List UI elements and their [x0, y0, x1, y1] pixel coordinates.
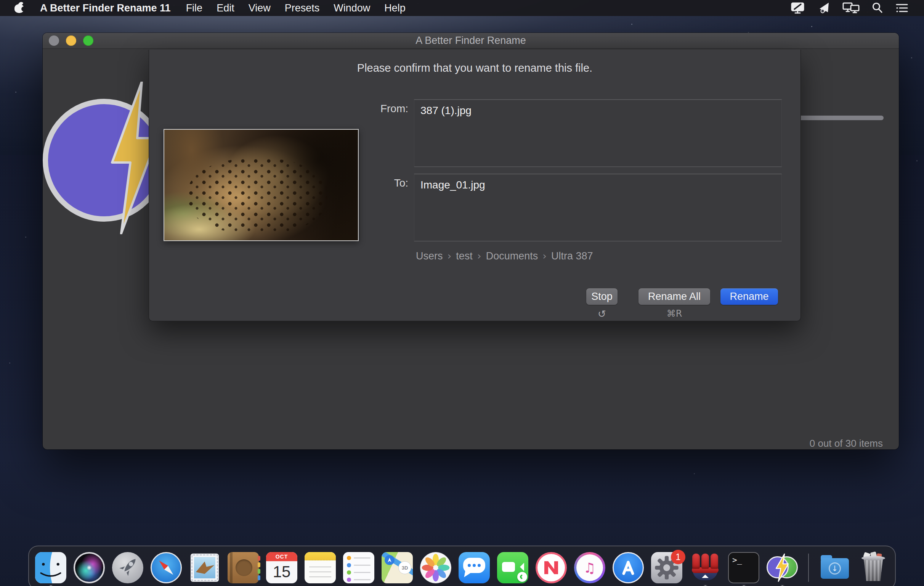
trash-basket-icon: [862, 557, 884, 581]
breadcrumb-separator: ›: [477, 250, 482, 262]
stop-button[interactable]: Stop: [586, 288, 617, 305]
dock-item-calendar[interactable]: OCT 15: [266, 552, 297, 583]
abfr-bolt-icon: [775, 554, 790, 582]
dock-item-launchpad[interactable]: [112, 552, 144, 583]
dock-item-itunes[interactable]: ♫: [574, 552, 606, 583]
window-titlebar[interactable]: A Better Finder Rename: [43, 33, 899, 49]
app-window: A Better Finder Rename Please confirm th…: [43, 33, 899, 449]
theater-seat: [711, 554, 718, 569]
breadcrumb-item: test: [456, 250, 473, 262]
star: [15, 91, 16, 93]
terminal-icon: >_: [728, 552, 759, 583]
file-path-breadcrumb: Users›test›Documents›Ultra 387: [416, 250, 593, 262]
breadcrumb-item: Ultra 387: [551, 250, 593, 262]
rename-all-button[interactable]: Rename All: [639, 288, 710, 305]
theater-seat: [701, 554, 709, 569]
theater-triangle: [702, 574, 709, 578]
maps-icon: 3D: [381, 552, 413, 583]
dock-item-mail[interactable]: [189, 552, 220, 583]
rename-all-shortcut: ⌘R: [639, 308, 710, 319]
from-label: From:: [347, 103, 408, 115]
itunes-music-icon: ♫: [574, 552, 606, 583]
notification-center-icon[interactable]: [895, 2, 909, 14]
downloads-folder-icon: ↓: [821, 555, 849, 579]
from-filename-field[interactable]: 387 (1).jpg: [414, 99, 782, 167]
menu-presets[interactable]: Presets: [285, 2, 320, 14]
messages-bubble-icon: [459, 552, 490, 583]
star: [694, 473, 695, 474]
star: [911, 57, 912, 58]
dock-item-better-finder-rename[interactable]: [767, 552, 798, 583]
breadcrumb-separator: ›: [543, 250, 547, 262]
dock-item-finder[interactable]: [35, 552, 66, 583]
dock-item-maps[interactable]: 3D: [381, 552, 413, 583]
items-status-text: 0 out of 30 items: [810, 438, 883, 449]
theater-seat: [692, 554, 700, 569]
news-icon: [536, 552, 567, 583]
confirm-rename-sheet: Please confirm that you want to rename t…: [148, 50, 801, 321]
presenter-remote-icon[interactable]: [817, 2, 831, 14]
dock-separator: [808, 554, 809, 582]
contacts-book-icon: [228, 552, 259, 583]
dock-item-app-store[interactable]: [612, 552, 644, 583]
itunes-note-glyph: ♫: [576, 555, 603, 581]
dock-item-news[interactable]: [536, 552, 567, 583]
dock: OCT 15 3D: [28, 546, 896, 586]
photos-pinwheel-icon: [420, 552, 451, 583]
facetime-camera-icon: [497, 552, 528, 583]
download-arrow: ↓: [829, 562, 841, 574]
calendar-month: OCT: [266, 552, 297, 561]
menu-bar: A Better Finder Rename 11 File Edit View…: [0, 0, 924, 16]
dock-item-safari[interactable]: [150, 552, 182, 583]
breadcrumb-item: Documents: [486, 250, 538, 262]
app-store-icon: [612, 552, 644, 583]
dock-item-theater-seats[interactable]: [690, 552, 721, 583]
tablet-display-icon[interactable]: [790, 2, 806, 14]
calendar-day: 15: [266, 561, 297, 583]
to-filename-field[interactable]: Image_01.jpg: [414, 174, 782, 242]
dock-item-reminders[interactable]: [343, 552, 375, 583]
dock-item-notes[interactable]: [305, 552, 336, 583]
star: [25, 237, 26, 238]
dock-item-siri[interactable]: [74, 552, 105, 583]
dock-item-trash[interactable]: [858, 552, 889, 583]
menu-window[interactable]: Window: [333, 2, 370, 14]
star: [811, 26, 812, 27]
dock-item-downloads[interactable]: ↓: [819, 552, 850, 583]
breadcrumb-separator: ›: [447, 250, 452, 262]
menu-status-icons: [790, 0, 909, 16]
notes-icon: [305, 552, 336, 583]
mail-stamp-icon: [191, 554, 219, 582]
menu-edit[interactable]: Edit: [216, 2, 234, 14]
menu-app-name[interactable]: A Better Finder Rename 11: [40, 2, 171, 14]
rename-button[interactable]: Rename: [721, 288, 778, 305]
dual-displays-icon[interactable]: [842, 2, 860, 14]
reminders-icon: [343, 552, 375, 583]
window-title: A Better Finder Rename: [43, 35, 899, 46]
stop-reset-icon: ↺: [586, 308, 617, 320]
to-label: To:: [347, 177, 408, 189]
notification-badge: 1: [671, 550, 685, 564]
dock-item-photos[interactable]: [420, 552, 451, 583]
dock-item-contacts[interactable]: [228, 552, 259, 583]
apple-menu-icon[interactable]: [15, 3, 24, 13]
abfr-app-icon-large: [43, 99, 165, 222]
dock-item-messages[interactable]: [459, 552, 490, 583]
dock-item-system-preferences[interactable]: 1: [651, 552, 682, 583]
jaguar-spots-texture: [188, 158, 327, 233]
menu-view[interactable]: View: [249, 2, 271, 14]
menu-help[interactable]: Help: [384, 2, 406, 14]
spotlight-search-icon[interactable]: [871, 2, 884, 14]
calendar-icon: OCT 15: [266, 552, 297, 583]
star: [916, 160, 917, 161]
dock-item-terminal[interactable]: >_: [728, 552, 759, 583]
siri-icon: [74, 552, 105, 583]
menu-file[interactable]: File: [186, 2, 203, 14]
file-preview-image: [163, 129, 359, 241]
maps-3d-badge: 3D: [398, 561, 411, 574]
trash-rim: [861, 556, 885, 560]
dock-item-facetime[interactable]: [497, 552, 528, 583]
safari-compass-icon: [150, 552, 182, 583]
star: [631, 24, 632, 25]
sheet-heading: Please confirm that you want to rename t…: [149, 62, 800, 74]
